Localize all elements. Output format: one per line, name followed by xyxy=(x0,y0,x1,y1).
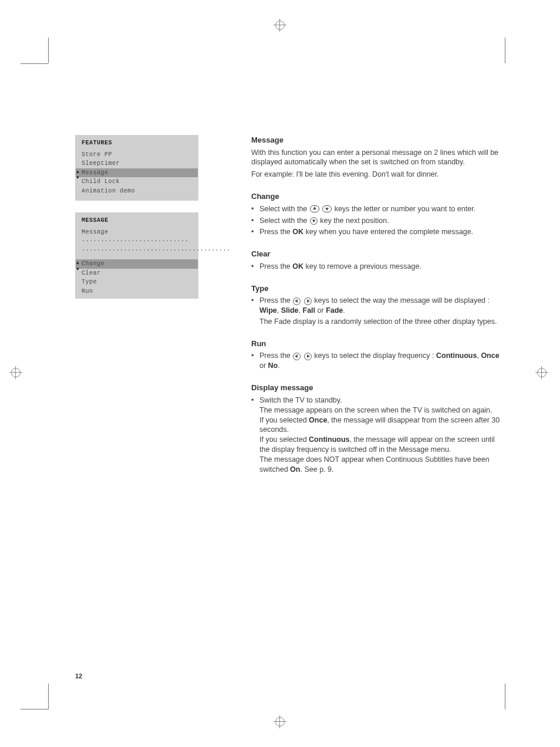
osd-message-panel: MESSAGE Message ........................… xyxy=(75,212,198,299)
option-label: No xyxy=(268,361,278,370)
text-span: key the next position. xyxy=(320,217,389,225)
body-text: If you selected Once, the message will d… xyxy=(259,415,504,435)
content-area: FEATURES Store PP Sleeptimer ▲▼Message C… xyxy=(75,135,504,486)
option-label: Fall xyxy=(303,306,316,315)
registration-mark-icon xyxy=(535,366,548,379)
osd-msg-dots: ............................ xyxy=(82,236,188,243)
bullet-item: Switch the TV to standby. The message ap… xyxy=(251,396,504,475)
cursor-down-icon xyxy=(322,205,332,212)
osd-message-line: Message ............................ xyxy=(76,228,198,245)
key-label: OK xyxy=(292,228,303,236)
cursor-up-icon xyxy=(310,205,319,212)
cursor-right-icon xyxy=(310,217,318,225)
osd-msg-label: Message xyxy=(82,229,109,235)
crop-mark xyxy=(505,684,505,709)
osd-item: Child Lock xyxy=(76,177,198,187)
body-text: For example: I'll be late this evening. … xyxy=(251,170,504,180)
osd-item: Clear xyxy=(76,269,198,278)
option-label: Once xyxy=(309,416,327,424)
cursor-right-icon xyxy=(304,353,312,360)
section-display-message: Display message Switch the TV to standby… xyxy=(251,383,504,475)
text-span: key when you have entered the complete m… xyxy=(303,228,473,236)
text-span: , xyxy=(277,306,281,315)
text-span: key to remove a previous message. xyxy=(303,262,421,271)
section-change: Change Select with the keys the letter o… xyxy=(251,191,504,237)
cursor-left-icon xyxy=(293,353,301,360)
option-label: On xyxy=(290,465,300,474)
option-label: Wipe xyxy=(259,306,277,315)
left-column: FEATURES Store PP Sleeptimer ▲▼Message C… xyxy=(75,135,198,310)
crop-mark xyxy=(505,38,505,63)
bullet-item: Select with the keys the letter or numbe… xyxy=(251,204,504,214)
text-span: Switch the TV to standby. xyxy=(259,396,342,404)
updown-arrows-icon: ▲▼ xyxy=(76,169,79,182)
option-label: Continuous xyxy=(436,351,477,360)
page-number: 12 xyxy=(75,672,82,681)
option-label: Once xyxy=(481,351,499,360)
section-clear: Clear Press the OK key to remove a previ… xyxy=(251,249,504,271)
section-heading: Display message xyxy=(251,383,504,393)
crop-mark xyxy=(21,63,48,64)
option-label: Continuous xyxy=(309,435,349,444)
manual-page: FEATURES Store PP Sleeptimer ▲▼Message C… xyxy=(0,0,560,747)
bullet-item: Select with the key the next position. xyxy=(251,216,504,226)
osd-item: Store PP xyxy=(76,150,198,160)
option-label: Fade xyxy=(326,306,343,315)
osd-title: FEATURES xyxy=(76,136,198,150)
osd-item: Animation demo xyxy=(76,187,198,196)
text-span: or xyxy=(259,361,268,370)
bullet-item: Press the keys to select the display fre… xyxy=(251,351,504,371)
osd-item: Sleeptimer xyxy=(76,159,198,168)
osd-item: Type xyxy=(76,278,198,287)
body-text: With this function you can enter a perso… xyxy=(251,148,504,168)
option-label: Slide xyxy=(281,306,299,315)
section-type: Type Press the keys to select the way th… xyxy=(251,283,504,327)
text-span: Select with the xyxy=(259,217,309,225)
body-text: The Fade display is a randomly selection… xyxy=(259,316,504,327)
right-column: Message With this function you can enter… xyxy=(251,135,504,486)
text-span: , xyxy=(299,306,303,315)
registration-mark-icon xyxy=(274,715,286,728)
text-span: keys the letter or number you want to en… xyxy=(335,205,475,213)
section-heading: Run xyxy=(251,339,504,349)
cursor-left-icon xyxy=(293,298,301,305)
text-span: keys to select the way the message will … xyxy=(314,296,490,305)
section-heading: Clear xyxy=(251,249,504,259)
text-span: If you selected xyxy=(259,416,309,424)
text-span: . See p. 9. xyxy=(300,465,333,474)
osd-item: Run xyxy=(76,287,198,296)
registration-mark-icon xyxy=(274,19,286,32)
body-text: The message appears on the screen when t… xyxy=(259,405,504,415)
section-heading: Message xyxy=(251,135,504,146)
osd-features-panel: FEATURES Store PP Sleeptimer ▲▼Message C… xyxy=(75,135,198,201)
section-run: Run Press the keys to select the display… xyxy=(251,339,504,371)
bullet-item: Press the OK key to remove a previous me… xyxy=(251,262,504,272)
cursor-right-icon xyxy=(304,298,312,305)
bullet-item: Press the keys to select the way the mes… xyxy=(251,296,504,327)
section-heading: Change xyxy=(251,191,504,202)
osd-item-label: Message xyxy=(82,170,109,176)
osd-message-line: ....................................... xyxy=(76,245,198,254)
registration-mark-icon xyxy=(9,366,22,379)
text-span: Select with the xyxy=(259,205,309,213)
section-heading: Type xyxy=(251,283,504,294)
osd-item-selected: ▲▼Message xyxy=(76,168,198,178)
updown-arrows-icon: ▲▼ xyxy=(76,260,79,273)
text-span: Press the xyxy=(259,351,292,360)
key-label: OK xyxy=(292,262,303,271)
crop-mark xyxy=(21,709,48,709)
text-span: Press the xyxy=(259,262,292,271)
text-span: or xyxy=(315,306,326,315)
text-span: . xyxy=(278,361,279,370)
section-message: Message With this function you can enter… xyxy=(251,135,504,180)
text-span: If you selected xyxy=(259,435,309,444)
osd-title: MESSAGE xyxy=(76,213,198,228)
text-span: . xyxy=(343,306,345,315)
text-span: Press the xyxy=(259,296,292,305)
text-span: Press the xyxy=(259,228,292,236)
text-span: keys to select the display frequency : xyxy=(314,351,436,360)
body-text: The message does NOT appear when Continu… xyxy=(259,455,504,475)
crop-mark xyxy=(48,684,49,709)
bullet-item: Press the OK key when you have entered t… xyxy=(251,227,504,237)
osd-item-selected: ▲▼Change xyxy=(76,259,198,269)
